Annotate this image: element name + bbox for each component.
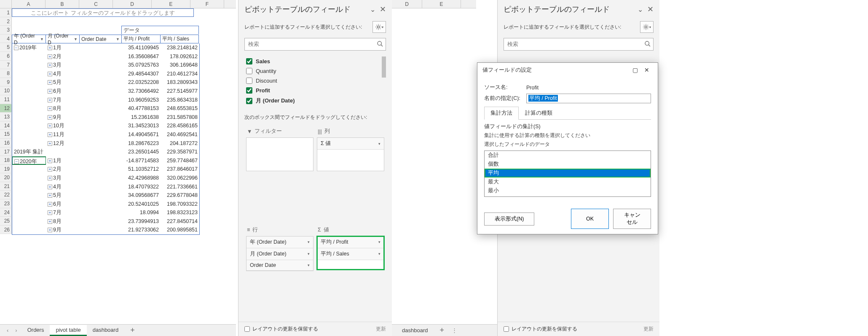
pivot-row[interactable]: +2月51.10352712237.8646017: [12, 165, 199, 174]
field-item-orderdate[interactable]: 月 (Order Date): [244, 95, 386, 106]
expand-icon[interactable]: −: [14, 159, 19, 164]
pivot-row[interactable]: +4月29.48544307210.4612734: [12, 70, 199, 78]
row-header-20[interactable]: 20: [0, 173, 12, 182]
row-header-22[interactable]: 22: [0, 191, 12, 199]
cancel-button[interactable]: キャンセル: [613, 209, 651, 229]
defer-layout-checkbox[interactable]: [244, 326, 250, 332]
expand-icon[interactable]: +: [48, 159, 52, 163]
filter-area[interactable]: [246, 137, 313, 171]
expand-icon[interactable]: +: [48, 141, 52, 146]
pivot-row[interactable]: +12月18.28676223204.187272: [12, 139, 199, 148]
pivot-row[interactable]: +7月18.0994198.8323123: [12, 208, 199, 217]
expand-icon[interactable]: +: [48, 115, 52, 120]
pivot-row[interactable]: +7月10.96059253235.8634318: [12, 96, 199, 105]
row-header-17[interactable]: 17: [0, 148, 12, 156]
col-header-D[interactable]: D: [113, 0, 152, 8]
col-header-F[interactable]: F: [190, 0, 224, 8]
expand-icon[interactable]: +: [48, 219, 52, 224]
expand-icon[interactable]: +: [48, 202, 52, 207]
row-header-13[interactable]: 13: [0, 113, 12, 121]
sheet-tab-pivot-table[interactable]: pivot table: [50, 325, 86, 336]
expand-icon[interactable]: +: [48, 98, 52, 102]
field-search-input[interactable]: [504, 38, 654, 51]
aggregate-option-積[interactable]: 積: [485, 195, 651, 197]
search-icon[interactable]: [377, 40, 383, 48]
row-header-10[interactable]: 10: [0, 86, 12, 95]
tab-menu-icon[interactable]: ⋮: [452, 327, 457, 333]
pivot-header-month[interactable]: 月 (Order D▼: [46, 35, 79, 43]
sheet-tab-dashboard[interactable]: dashboard: [87, 325, 124, 336]
collapse-icon[interactable]: ⌄: [370, 5, 375, 13]
pivot-row[interactable]: +10月31.34523013228.4586165: [12, 121, 199, 130]
dropdown-icon[interactable]: ▾: [378, 252, 380, 256]
dropdown-icon[interactable]: ▾: [378, 142, 380, 146]
close-icon[interactable]: ✕: [380, 5, 386, 14]
aggregate-listbox[interactable]: 合計個数平均最大最小積: [484, 151, 651, 197]
aggregate-option-平均[interactable]: 平均: [485, 169, 651, 177]
dropdown-icon[interactable]: ▼: [74, 37, 78, 41]
scrollbar-thumb[interactable]: [382, 56, 386, 78]
maximize-icon[interactable]: ▢: [629, 67, 641, 73]
collapse-icon[interactable]: ⌄: [638, 5, 643, 13]
aggregate-option-最小[interactable]: 最小: [485, 186, 651, 195]
row-header-6[interactable]: 6: [0, 52, 12, 60]
field-item-discount[interactable]: Discount: [244, 76, 386, 86]
pivot-row[interactable]: +5月34.09568677229.6778048: [12, 191, 199, 200]
field-item-profit[interactable]: Profit: [244, 86, 386, 95]
dropdown-icon[interactable]: ▾: [308, 252, 310, 256]
row-header-8[interactable]: 8: [0, 69, 12, 78]
aggregate-option-最大[interactable]: 最大: [485, 177, 651, 186]
tab-nav-prev[interactable]: ‹: [4, 327, 11, 333]
row-header-7[interactable]: 7: [0, 61, 12, 69]
pivot-data-header[interactable]: データ: [121, 26, 199, 34]
pivot-header-year[interactable]: 年 (Order D▼: [12, 35, 46, 43]
pivot-row[interactable]: +6月20.52401025198.7093322: [12, 200, 199, 209]
expand-icon[interactable]: +: [48, 63, 52, 67]
tab-show-as[interactable]: 計算の種類: [519, 107, 559, 119]
pivot-row[interactable]: 2019年 集計23.26501445229.3587971: [12, 148, 199, 156]
expand-icon[interactable]: +: [48, 80, 52, 85]
row-header-21[interactable]: 21: [0, 182, 12, 191]
expand-icon[interactable]: +: [48, 210, 52, 215]
pivot-row[interactable]: +8月40.47788153248.6553815: [12, 104, 199, 113]
field-checkbox[interactable]: [246, 58, 252, 65]
col-header-A[interactable]: A: [12, 0, 46, 8]
row-header-26[interactable]: 26: [0, 226, 12, 234]
row-pill[interactable]: Order Date▾: [246, 260, 313, 271]
update-button[interactable]: 更新: [376, 325, 386, 333]
pivot-row[interactable]: +5月22.03252208183.2809343: [12, 78, 199, 87]
pivot-row[interactable]: +6月32.73066492227.5145977: [12, 87, 199, 96]
pivot-row[interactable]: +9月21.92733062200.9895851: [12, 226, 199, 234]
aggregate-option-個数[interactable]: 個数: [485, 160, 651, 169]
row-header-25[interactable]: 25: [0, 217, 12, 225]
field-checkbox[interactable]: [246, 78, 252, 84]
row-header-2[interactable]: 2: [0, 17, 12, 26]
row-header-9[interactable]: 9: [0, 78, 12, 86]
pivot-header-sales[interactable]: 平均 / Sales: [160, 35, 199, 43]
col-header-D[interactable]: D: [392, 0, 422, 8]
expand-icon[interactable]: +: [48, 185, 52, 189]
corner-cell[interactable]: [0, 0, 12, 8]
dropdown-icon[interactable]: ▾: [308, 263, 310, 267]
row-header-24[interactable]: 24: [0, 208, 12, 217]
col-header-E[interactable]: E: [422, 0, 461, 8]
pivot-row[interactable]: +11月14.49045671240.4692541: [12, 130, 199, 139]
pivot-row[interactable]: +3月42.42968988320.0622996: [12, 174, 199, 183]
expand-icon[interactable]: +: [48, 124, 52, 128]
field-checkbox[interactable]: [246, 98, 252, 104]
add-sheet-button[interactable]: +: [126, 326, 139, 335]
row-header-1[interactable]: 1: [0, 8, 12, 17]
column-pill-sigma[interactable]: Σ 値▾: [317, 138, 384, 150]
expand-icon[interactable]: +: [48, 132, 52, 137]
number-format-button[interactable]: 表示形式(N): [484, 212, 534, 226]
expand-icon[interactable]: +: [48, 167, 52, 172]
field-checkbox[interactable]: [246, 68, 252, 74]
col-header-E[interactable]: E: [152, 0, 190, 8]
tab-nav-next[interactable]: ›: [13, 327, 19, 333]
row-header-3[interactable]: 3: [0, 26, 12, 34]
row-header-5[interactable]: 5: [0, 43, 12, 51]
pivot-row[interactable]: +3月35.07925763306.169648: [12, 61, 199, 70]
row-header-18[interactable]: 18: [0, 156, 12, 164]
dropdown-icon[interactable]: ▾: [378, 240, 380, 244]
field-search-input[interactable]: [244, 38, 386, 51]
